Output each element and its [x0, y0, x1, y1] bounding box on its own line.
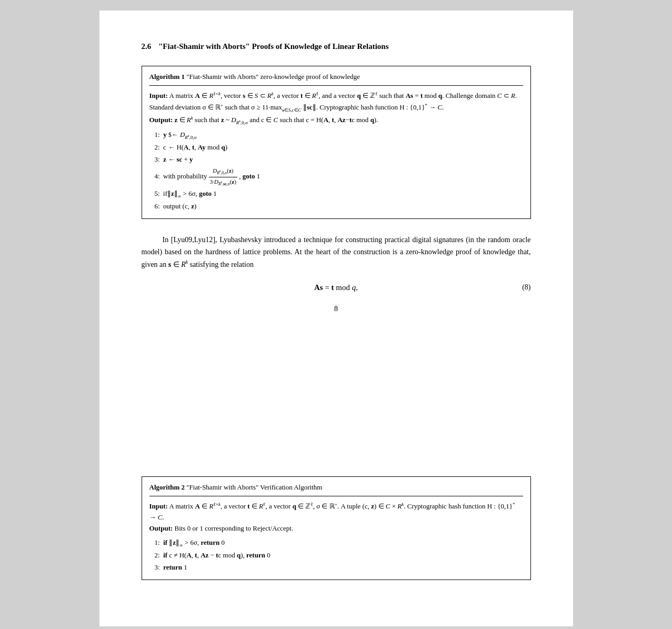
- output2-label: Output:: [149, 524, 173, 532]
- algo2-step1: 1: if ‖z‖∞ > 6σ, return 0: [155, 537, 523, 549]
- algo1-step3: 3: z ← sc + y: [155, 154, 523, 165]
- algorithm2-label: Algorithm 2: [149, 483, 185, 491]
- algorithm2-body: Input: A matrix A ∈ Rℓ×k, a vector t ∈ R…: [149, 501, 523, 573]
- page-number: 8: [142, 305, 531, 313]
- equation-display: As = t mod q, (8): [142, 283, 531, 292]
- input2-label: Input:: [149, 502, 168, 510]
- algo1-step2: 2: c ← H(A, t, Ay mod q): [155, 142, 523, 153]
- algorithm2-title: Algorithm 2 "Fiat-Shamir with Aborts" Ve…: [149, 482, 523, 496]
- body-paragraph: In [Lyu09,Lyu12], Lyubashevsky introduce…: [142, 234, 531, 271]
- algorithm2-steps: 1: if ‖z‖∞ > 6σ, return 0 2: if c ≠ H(A,…: [149, 537, 523, 573]
- fraction: DRk,0,σ(z) 3·DRk,sc,σ(z): [209, 166, 237, 187]
- algorithm1-label: Algorithm 1: [149, 73, 185, 81]
- page: 2.6 "Fiat-Shamir with Aborts" Proofs of …: [99, 11, 573, 626]
- algorithm1-output: Output: z ∈ Rk such that z ~ DRk,0,σ and…: [149, 114, 523, 126]
- algo1-step6: 6: output (c, z): [155, 201, 523, 212]
- algo2-step3: 3: return 1: [155, 562, 523, 573]
- algo1-step1: 1: y $← DRk,0,σ: [155, 129, 523, 141]
- equation-content: As = t mod q,: [314, 283, 358, 292]
- algorithm1-input: Input: A matrix A ∈ Rℓ×k, vector s ∈ S ⊂…: [149, 90, 523, 114]
- algo1-step4: 4: with probability DRk,0,σ(z) 3·DRk,sc,…: [155, 166, 523, 187]
- algorithm1-body: Input: A matrix A ∈ Rℓ×k, vector s ∈ S ⊂…: [149, 90, 523, 212]
- section-title: "Fiat-Shamir with Aborts" Proofs of Know…: [158, 42, 388, 51]
- equation-number: (8): [522, 283, 530, 292]
- input-label: Input:: [149, 92, 168, 99]
- algorithm2-description: "Fiat-Shamir with Aborts" Verification A…: [186, 483, 322, 491]
- algorithm1-steps: 1: y $← DRk,0,σ 2: c ← H(A, t, Ay mod q)…: [149, 129, 523, 212]
- algorithm2-output: Output: Bits 0 or 1 corresponding to Rej…: [149, 523, 523, 534]
- algorithm1-title: Algorithm 1 "Fiat-Shamir with Aborts" ze…: [149, 72, 523, 86]
- spacer: [142, 329, 531, 476]
- algorithm2-input: Input: A matrix A ∈ Rℓ×k, a vector t ∈ R…: [149, 501, 523, 523]
- algo1-step5: 5: if‖z‖∞ > 6σ, goto 1: [155, 188, 523, 200]
- algo2-step2: 2: if c ≠ H(A, t, Az − tc mod q), return…: [155, 550, 523, 561]
- algorithm2-box: Algorithm 2 "Fiat-Shamir with Aborts" Ve…: [142, 476, 531, 580]
- section-heading: 2.6 "Fiat-Shamir with Aborts" Proofs of …: [142, 42, 531, 51]
- algorithm1-box: Algorithm 1 "Fiat-Shamir with Aborts" ze…: [142, 66, 531, 219]
- algorithm1-description: "Fiat-Shamir with Aborts" zero-knowledge…: [186, 73, 360, 81]
- output-label: Output:: [149, 116, 173, 124]
- section-number: 2.6: [142, 42, 152, 51]
